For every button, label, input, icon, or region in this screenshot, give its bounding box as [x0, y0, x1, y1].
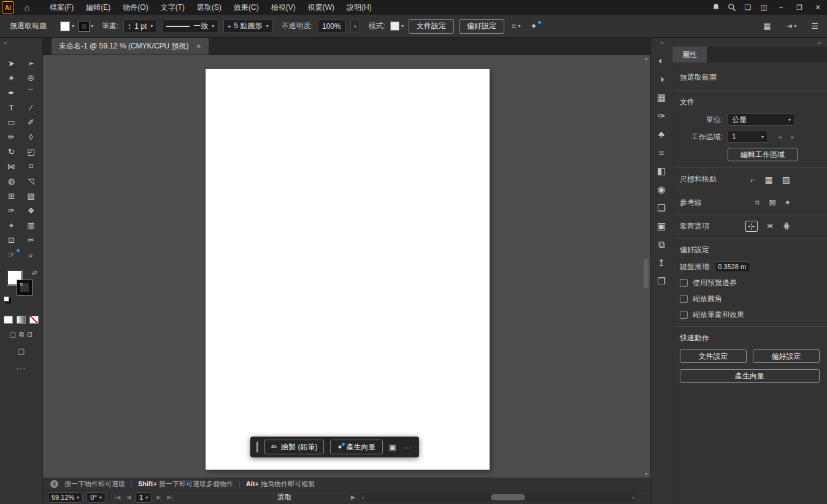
- curvature-tool[interactable]: ⌒: [23, 86, 40, 100]
- snap-to-point-icon[interactable]: ⊹: [745, 221, 758, 232]
- zoom-level-dropdown[interactable]: 59.12% ▾: [48, 492, 83, 503]
- direct-selection-tool[interactable]: ➣: [23, 56, 40, 71]
- asset-export-panel-icon[interactable]: ↥: [658, 258, 666, 268]
- generate-vector-icon[interactable]: ✦: [528, 21, 539, 31]
- stroke-panel-icon[interactable]: ≡: [659, 147, 664, 158]
- next-artboard-icon[interactable]: ▶: [155, 494, 162, 500]
- scroll-right-icon[interactable]: ›: [632, 494, 634, 501]
- selection-tool[interactable]: ➤: [3, 56, 20, 71]
- style-dropdown[interactable]: ▾: [390, 21, 404, 31]
- maximize-button[interactable]: ❐: [790, 0, 809, 15]
- mesh-tool[interactable]: ⊞: [3, 189, 20, 203]
- paintbrush-tool[interactable]: ✐: [23, 115, 40, 129]
- brushes-panel-icon[interactable]: ✑: [658, 110, 666, 121]
- collapse-toolbar-icon[interactable]: «: [4, 39, 7, 46]
- opacity-field[interactable]: 100%: [318, 20, 345, 33]
- slice-tool[interactable]: ✂: [23, 233, 40, 247]
- swap-fill-stroke-icon[interactable]: ⇄: [32, 269, 37, 276]
- collapse-panels-icon[interactable]: »: [817, 39, 821, 46]
- status-expand-icon[interactable]: ▶: [351, 494, 355, 500]
- appearance-panel-icon[interactable]: ◉: [657, 184, 665, 194]
- swatches-panel-icon[interactable]: ▦: [657, 92, 666, 102]
- rectangle-tool[interactable]: ▭: [3, 115, 20, 129]
- free-transform-tool[interactable]: ⌑: [23, 159, 40, 174]
- horizontal-scrollbar[interactable]: ‹ ›: [360, 493, 637, 502]
- checkbox-icon[interactable]: [680, 311, 688, 319]
- default-fill-stroke-icon[interactable]: [4, 296, 9, 302]
- minimize-button[interactable]: −: [772, 0, 790, 15]
- draw-normal-icon[interactable]: ▢: [10, 330, 16, 338]
- close-button[interactable]: ✕: [809, 0, 827, 15]
- grid-snapping-icon[interactable]: ▦: [761, 21, 773, 31]
- artboard-navigation-dropdown[interactable]: 1 ▾: [136, 492, 152, 503]
- none-button[interactable]: [29, 316, 39, 324]
- option-scale-strokes-effects[interactable]: 縮放筆畫和效果: [680, 310, 820, 320]
- rotate-tool[interactable]: ↻: [3, 145, 20, 159]
- shape-builder-tool[interactable]: ◍: [3, 174, 20, 188]
- shaper-tool[interactable]: ✏: [3, 130, 20, 144]
- align-options-dropdown[interactable]: ⇥ ▾: [783, 21, 799, 31]
- search-icon[interactable]: [724, 0, 740, 15]
- fill-color-dropdown[interactable]: ▾: [60, 21, 74, 31]
- vertical-scrollbar-thumb[interactable]: [644, 259, 648, 288]
- lock-guides-icon[interactable]: ⊠: [769, 197, 776, 208]
- option-use-preview-bounds[interactable]: 使用預覽邊界: [680, 278, 820, 288]
- menu-select[interactable]: 選取(S): [191, 0, 228, 15]
- eyedropper-tool[interactable]: ✑: [3, 204, 20, 218]
- document-setup-button[interactable]: 文件設定: [409, 19, 454, 34]
- option-scale-corners[interactable]: 縮放圓角: [680, 294, 820, 304]
- previous-artboard-icon[interactable]: ◂: [778, 133, 782, 141]
- quick-document-setup-button[interactable]: 文件設定: [680, 349, 747, 363]
- snap-to-pixel-icon[interactable]: ⋕: [783, 221, 790, 232]
- quick-preferences-button[interactable]: 偏好設定: [753, 349, 820, 363]
- snap-options-dropdown[interactable]: ⌗ ▾: [509, 21, 523, 31]
- artboard-dropdown[interactable]: 1 ▾: [728, 131, 768, 143]
- last-artboard-icon[interactable]: ▶|: [166, 494, 174, 500]
- symbol-sprayer-tool[interactable]: ⌖: [3, 218, 20, 232]
- edit-toolbar-icon[interactable]: ···: [17, 364, 26, 373]
- artboard[interactable]: [206, 69, 490, 470]
- workspace-switcher-icon[interactable]: ◫: [756, 0, 772, 15]
- first-artboard-icon[interactable]: |◀: [113, 494, 121, 500]
- draw-inside-icon[interactable]: ⊡: [27, 330, 33, 338]
- home-icon[interactable]: ⌂: [19, 0, 35, 15]
- type-tool[interactable]: T: [3, 101, 20, 115]
- taskbar-drag-handle[interactable]: [256, 441, 258, 452]
- keyboard-increment-field[interactable]: 0.3528 m: [715, 261, 750, 272]
- notifications-bell-icon[interactable]: [708, 0, 724, 15]
- checkbox-icon[interactable]: [680, 279, 688, 287]
- menu-type[interactable]: 文字(T): [155, 0, 191, 15]
- step-down-icon[interactable]: ▼: [128, 26, 131, 30]
- width-profile-dropdown[interactable]: 一致 ▾: [162, 20, 218, 33]
- pen-tool[interactable]: ✒: [3, 86, 20, 100]
- arrange-documents-icon[interactable]: ❏: [740, 0, 756, 15]
- draw-behind-icon[interactable]: ⧉: [19, 330, 24, 338]
- perspective-grid-tool[interactable]: ◹: [23, 174, 40, 188]
- draw-pencil-button[interactable]: ✏ 繪製 (鉛筆): [264, 440, 324, 454]
- canvas-pasteboard[interactable]: ✏ 繪製 (鉛筆) ✦ 產生向量 ▣ ··· ▲ ▼: [43, 55, 650, 478]
- illustrator-logo[interactable]: Ai: [2, 1, 14, 13]
- preferences-button[interactable]: 偏好設定: [459, 19, 504, 34]
- show-transparency-grid-icon[interactable]: ▨: [782, 175, 790, 185]
- stroke-weight-field[interactable]: ▲▼ 1 pt ▾: [123, 20, 157, 33]
- reference-image-icon[interactable]: ▣: [389, 443, 397, 452]
- scale-tool[interactable]: ◰: [23, 145, 40, 159]
- stroke-color-dropdown[interactable]: ▾: [79, 21, 93, 31]
- magic-wand-tool[interactable]: ✶: [3, 71, 20, 85]
- symbols-panel-icon[interactable]: ♣: [658, 129, 664, 139]
- hand-tool[interactable]: ☞: [3, 248, 20, 262]
- generate-vector-button[interactable]: ✦ 產生向量: [330, 440, 382, 454]
- vertical-scrollbar[interactable]: [643, 58, 649, 475]
- color-guide-panel-icon[interactable]: ◑: [658, 74, 664, 84]
- brush-definition-dropdown[interactable]: ● 5 點圓形 ▾: [223, 20, 272, 33]
- tab-properties[interactable]: 屬性: [672, 47, 707, 63]
- next-artboard-icon[interactable]: ▸: [791, 133, 795, 141]
- expand-panels-icon[interactable]: «: [651, 39, 673, 46]
- unit-dropdown[interactable]: 公釐 ▾: [728, 113, 795, 126]
- show-grid-icon[interactable]: ▦: [765, 175, 773, 185]
- scroll-left-icon[interactable]: ‹: [362, 494, 364, 501]
- menu-help[interactable]: 說明(H): [340, 0, 378, 15]
- gradient-panel-icon[interactable]: ◧: [657, 166, 666, 176]
- menu-object[interactable]: 物件(O): [117, 0, 154, 15]
- artboards-panel-icon[interactable]: ❐: [657, 276, 665, 286]
